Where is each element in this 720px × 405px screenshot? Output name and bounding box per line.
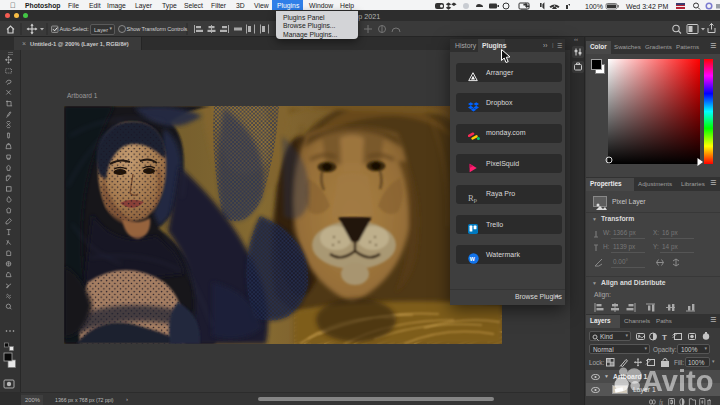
svg-text:p: p xyxy=(474,196,477,203)
svg-text:w: w xyxy=(469,255,476,262)
svg-text:T: T xyxy=(662,333,667,341)
svg-text:100%: 100% xyxy=(585,3,603,10)
svg-text:Wed 3:42 PM: Wed 3:42 PM xyxy=(626,3,668,10)
svg-text:Avito: Avito xyxy=(642,365,713,397)
